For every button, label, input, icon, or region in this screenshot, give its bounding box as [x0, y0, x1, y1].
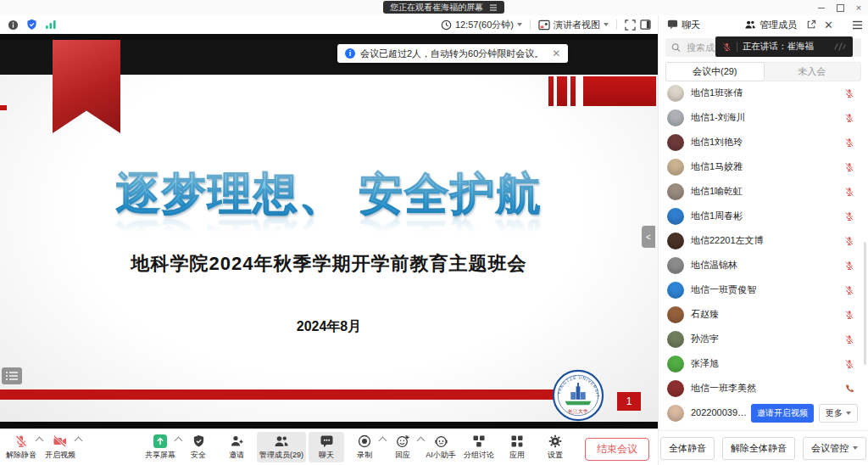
toolbar-item-reaction[interactable]: 回应 [385, 432, 420, 462]
member-status [844, 384, 854, 394]
mic-muted-icon [844, 187, 854, 197]
member-name: 地信1班张倩 [691, 87, 743, 99]
member-row[interactable]: 地信22201左文博 [659, 228, 868, 253]
slide-subtitle: 地科学院2024年秋季学期开学前教育主题班会 [0, 251, 658, 277]
meeting-control-label: 会议管控 [811, 442, 849, 455]
member-row[interactable]: 地信1刘艳玲 [659, 130, 868, 154]
avatar [667, 159, 684, 176]
meeting-status-icons [8, 19, 57, 31]
speaking-text: 正在讲话：崔海福 [743, 41, 814, 53]
notification-close-icon[interactable]: ✕ [552, 48, 560, 59]
mic-off-icon [14, 434, 28, 448]
member-row[interactable]: 地信温锦林 [659, 253, 868, 277]
mic-muted-icon [844, 236, 854, 246]
member-status [844, 187, 854, 197]
member-name: 地信1喻乾虹 [691, 185, 743, 198]
network-signal-icon[interactable] [45, 20, 57, 30]
camera-off-icon [53, 434, 68, 448]
toolbar-item-camera-off[interactable]: 开启视频 [42, 432, 78, 462]
close-panel-button[interactable]: ✕ [824, 20, 833, 31]
watching-screen-text: 您正在观看崔海福的屏幕 [390, 2, 483, 14]
toolbar-item-breakout[interactable]: 分组讨论 [461, 432, 497, 462]
invite-open-video-button[interactable]: 邀请开启视频 [751, 404, 814, 423]
member-status [844, 334, 854, 345]
chevron-up-icon[interactable] [75, 437, 83, 445]
toolbar-divider [616, 20, 617, 30]
popout-panel-button[interactable] [806, 20, 816, 30]
meeting-info-icon[interactable] [8, 20, 19, 31]
member-status [844, 236, 854, 246]
toolbar-item-screen-share[interactable]: 共享屏幕 [142, 432, 178, 462]
member-name: 地信22201左文博 [691, 234, 764, 247]
member-row[interactable]: 张泽旭 [659, 351, 868, 376]
security-shield-icon[interactable] [26, 19, 37, 31]
meeting-notification-banner: i 会议已超过2人，自动转为60分钟限时会议。 ✕ [337, 44, 568, 63]
toolbar-item-ai-assistant[interactable]: AI小助手 [423, 432, 459, 462]
watching-menu-icon[interactable] [489, 4, 498, 11]
member-row[interactable]: 石赵臻 [659, 302, 868, 327]
toolbar-item-members[interactable]: 管理成员(29) [257, 432, 306, 462]
window-titlebar: 您正在观看崔海福的屏幕 × [0, 0, 868, 15]
more-button[interactable]: 更多 [819, 404, 858, 423]
maximize-button[interactable] [831, 0, 849, 15]
member-row[interactable]: 地信1班张倩 [659, 81, 868, 105]
scrollbar-thumb[interactable] [864, 242, 866, 365]
bottom-toolbar: 解除静音开启视频 共享屏幕安全邀请管理成员(29)聊天录制回应AI小助手分组讨论… [0, 429, 658, 465]
slide-red-bar [548, 76, 554, 106]
member-name: 2022000390地信1-马英俊... [691, 406, 751, 419]
annotation-tool-icon [2, 367, 22, 384]
tab-in-meeting[interactable]: 会议中(29) [665, 62, 765, 81]
side-panel-icon[interactable] [640, 20, 651, 30]
mic-muted-icon [844, 261, 854, 271]
minimize-button[interactable] [812, 0, 831, 15]
toolbar-item-apps[interactable]: 应用 [499, 432, 535, 462]
member-row[interactable]: 地信1-刘海川 [659, 105, 868, 130]
member-status [844, 88, 854, 98]
panel-collapse-handle[interactable]: < [642, 226, 655, 248]
meeting-control-button[interactable]: 会议管控 [803, 437, 866, 460]
toolbar-item-label: 邀请 [229, 450, 244, 461]
members-icon [744, 20, 756, 30]
timer-text: 12:57(60分钟) [455, 19, 514, 31]
reaction-icon [396, 434, 410, 448]
tab-not-joined[interactable]: 未入会 [764, 63, 861, 81]
fullscreen-icon[interactable] [625, 20, 636, 31]
toolbar-item-chat[interactable]: 聊天 [309, 432, 344, 462]
toolbar-item-record[interactable]: 录制 [347, 432, 382, 462]
member-row[interactable]: 孙浩宇 [659, 327, 868, 351]
tab-chat[interactable]: 聊天 [667, 19, 700, 31]
unmute-all-button[interactable]: 解除全体静音 [722, 437, 795, 460]
slide-footer-band [0, 389, 588, 400]
toolbar-item-label: 设置 [548, 450, 563, 461]
member-row[interactable]: 地信一班李美然 [659, 376, 868, 401]
watching-screen-banner[interactable]: 您正在观看崔海福的屏幕 [383, 1, 504, 14]
member-row[interactable]: 地信1马姣雅 [659, 154, 868, 179]
mic-muted-icon [844, 359, 854, 369]
tab-manage-members[interactable]: 管理成员 [744, 19, 797, 31]
meeting-timer[interactable]: 12:57(60分钟) [441, 19, 522, 31]
panel-menu-button[interactable] [852, 20, 863, 30]
toolbar-item-settings[interactable]: 设置 [537, 432, 573, 462]
member-name: 地信1周春彬 [691, 210, 743, 222]
toolbar-divider [530, 20, 531, 30]
member-status [844, 211, 854, 221]
toolbar-item-label: 共享屏幕 [145, 450, 175, 461]
close-window-button[interactable]: × [849, 0, 868, 15]
slide-page-number: 1 [617, 392, 641, 411]
member-filter-tabs: 会议中(29) 未入会 [665, 62, 861, 81]
tab-members-label: 管理成员 [760, 19, 797, 31]
mic-muted-icon [844, 310, 854, 320]
avatar [667, 306, 684, 323]
toolbar-item-invite[interactable]: 邀请 [219, 432, 254, 462]
member-row[interactable]: 地信1周春彬 [659, 204, 868, 228]
mute-all-button[interactable]: 全体静音 [660, 437, 715, 460]
view-mode-selector[interactable]: 演讲者视图 [538, 19, 609, 31]
toolbar-item-mic-off[interactable]: 解除静音 [3, 432, 39, 462]
avatar [667, 380, 684, 397]
toolbar-item-shield[interactable]: 安全 [181, 432, 216, 462]
invite-icon [230, 434, 244, 448]
member-row[interactable]: 地信一班贾俊智 [659, 277, 868, 302]
member-row[interactable]: 2022000390地信1-马英俊... 邀请开启视频更多 [659, 401, 868, 425]
end-meeting-button[interactable]: 结束会议 [585, 438, 649, 461]
member-row[interactable]: 地信1喻乾虹 [659, 179, 868, 204]
